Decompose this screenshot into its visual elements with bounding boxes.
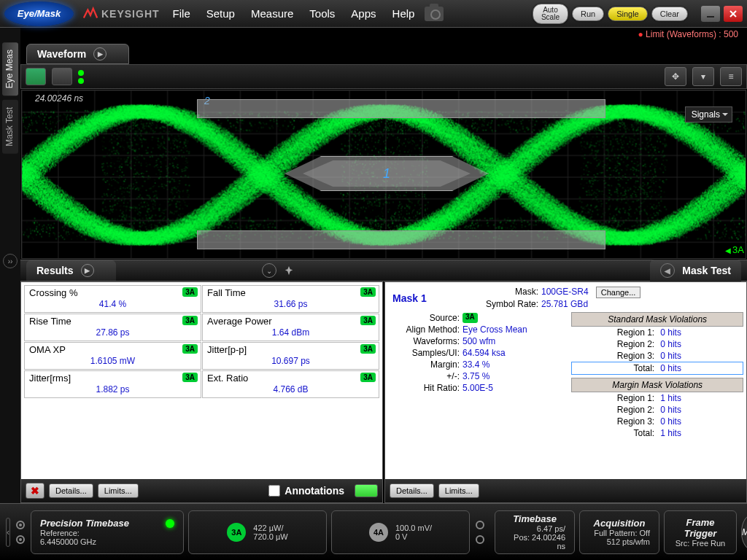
source-badge: 3A — [182, 344, 198, 354]
limit-status: ● Limit (Waveforms) : 500 — [638, 29, 738, 39]
measurement-item[interactable]: OMA XP3A1.6105 mW — [24, 342, 201, 370]
pin-icon[interactable] — [284, 265, 294, 276]
gear-icon — [474, 519, 486, 531]
menu-file[interactable]: File — [173, 7, 190, 20]
violation-row: Region 3:0 hits — [571, 350, 743, 362]
back-chevron-icon[interactable]: ◀ — [660, 263, 675, 278]
source-badge: 3A — [182, 316, 198, 325]
measurement-item[interactable]: Average Power3A1.64 dBm — [202, 314, 379, 341]
waveform-tab[interactable]: Waveform ▶ — [26, 44, 129, 64]
menu-measure[interactable]: Measure — [251, 7, 293, 20]
violation-row: Region 3:0 hits — [571, 416, 743, 427]
measurement-value: 1.64 dBm — [207, 327, 374, 338]
results-tab[interactable]: Results ▶ — [26, 260, 116, 281]
gear-icon — [15, 534, 26, 545]
timebase-status-box[interactable]: Timebase 6.47 ps/ Pos: 24.00246 ns — [495, 510, 575, 554]
mask-value: 100GE-SR4 — [541, 287, 589, 298]
change-mask-button[interactable]: Change... — [596, 287, 641, 298]
frame-trigger-box[interactable]: Frame Trigger Src: Free Run — [664, 510, 737, 554]
svg-point-2 — [19, 524, 22, 526]
mask-title: Mask 1 — [392, 292, 473, 304]
status-prev-button[interactable]: ‹ — [6, 518, 10, 547]
acquisition-status-box[interactable]: Acquisition Full Pattern: Off 512 pts/wf… — [579, 510, 659, 554]
mask-label: Mask: — [473, 287, 538, 298]
single-button[interactable]: Single — [608, 7, 648, 21]
channel-3a-box[interactable]: 3A 422 µW/720.0 µW — [188, 510, 327, 554]
minimize-button[interactable] — [701, 6, 720, 22]
annotations-input[interactable] — [268, 485, 280, 497]
mask-info-row: Waveforms:500 wfm — [388, 335, 568, 347]
expand-sidebar-button[interactable]: ›› — [3, 254, 18, 268]
annotations-checkbox[interactable]: Annotations — [268, 485, 344, 497]
app-mode-badge: Eye/Mask — [4, 1, 74, 26]
mask-limits-button[interactable]: Limits... — [438, 483, 479, 498]
plot-toolbar: ✥ ▾ ≡ — [20, 64, 747, 89]
waveform-tab-row: Waveform ▶ — [20, 44, 747, 64]
multi-view-icon[interactable] — [52, 68, 72, 85]
gear-icon — [15, 519, 26, 531]
details-button[interactable]: Details... — [49, 483, 93, 498]
status-gears[interactable] — [15, 519, 26, 545]
channel-4a-box[interactable]: 4A 100.0 mV/0 V — [331, 510, 470, 554]
mask-info-list: Source:3AAlign Method:Eye Cross MeanWave… — [388, 312, 568, 439]
eye-diagram-plot[interactable]: 24.00246 ns 2 1 Signals 3A — [21, 90, 746, 259]
left-tab-strip: Eye Meas Mask Test ›› — [0, 28, 20, 560]
collapse-chevron-icon[interactable]: ⌄ — [262, 263, 276, 278]
timebase-box[interactable]: Precision Timebase Reference: 6.4450000 … — [31, 510, 184, 554]
hamburger-icon[interactable]: ≡ — [720, 67, 742, 86]
violations-column: Standard Mask Violations Region 1:0 hits… — [571, 312, 743, 439]
reference-label: Reference: — [40, 529, 174, 537]
menu-apps[interactable]: Apps — [351, 7, 376, 20]
menu-setup[interactable]: Setup — [206, 7, 235, 20]
vtab-eye-meas[interactable]: Eye Meas — [2, 42, 18, 96]
measurement-item[interactable]: Crossing %3A41.4 % — [24, 285, 201, 313]
violation-row: Region 2:0 hits — [571, 338, 743, 350]
measurement-item[interactable]: Jitter[p-p]3A10.697 ps — [202, 342, 379, 370]
margin-violations-header: Margin Mask Violations — [571, 378, 743, 392]
mask-info-row: Samples/UI:64.594 ksa — [388, 347, 568, 359]
status-indicator-icon — [355, 484, 378, 497]
play-icon[interactable]: ▶ — [93, 47, 107, 61]
math-button[interactable]: Math — [741, 515, 747, 550]
margin-total-row: Total:1 hits — [571, 427, 743, 439]
measurement-item[interactable]: Ext. Ratio3A4.766 dB — [202, 370, 379, 398]
std-total-row: Total:0 hits — [571, 362, 743, 375]
vtab-mask-test[interactable]: Mask Test — [2, 100, 18, 154]
source-badge: 3A — [182, 373, 198, 382]
close-button[interactable] — [724, 6, 743, 22]
clear-button[interactable]: Clear — [651, 7, 688, 21]
measurement-value: 4.766 dB — [207, 384, 374, 394]
menu-help[interactable]: Help — [392, 7, 415, 20]
measurement-item[interactable]: Rise Time3A27.86 ps — [24, 314, 201, 341]
move-icon[interactable]: ✥ — [665, 67, 686, 86]
mask-details-button[interactable]: Details... — [390, 483, 434, 498]
status-bar: ‹ Precision Timebase Reference: 6.445000… — [0, 503, 747, 560]
led-icon — [166, 519, 174, 528]
mask-test-tab-label: Mask Test — [682, 265, 731, 276]
mask-test-tab[interactable]: ◀ Mask Test — [650, 260, 741, 281]
menu-tools[interactable]: Tools — [309, 7, 335, 20]
play-icon[interactable]: ▶ — [81, 264, 94, 277]
autoscale-button[interactable]: AutoScale — [533, 4, 568, 24]
mask-test-panel: Mask 1 Mask: 100GE-SR4 Change... Symbol … — [384, 281, 747, 503]
status-gears[interactable] — [474, 519, 486, 545]
source-badge: 3A — [360, 316, 376, 325]
limits-button[interactable]: Limits... — [98, 483, 139, 498]
run-button[interactable]: Run — [572, 7, 604, 21]
channel-3a-badge: 3A — [227, 523, 246, 542]
screenshot-icon[interactable] — [425, 7, 444, 21]
measurement-item[interactable]: Fall Time3A31.66 ps — [202, 285, 379, 313]
measurement-value: 41.4 % — [29, 299, 196, 309]
single-view-icon[interactable] — [26, 68, 46, 85]
measurement-item[interactable]: Jitter[rms]3A1.882 ps — [24, 370, 201, 398]
bottom-panels: Crossing %3A41.4 %Fall Time3A31.66 psRis… — [20, 281, 747, 503]
mask-footer: Details... Limits... — [385, 479, 746, 502]
mask-info-row: Margin:33.4 % — [388, 359, 568, 370]
measurement-value: 10.697 ps — [207, 356, 374, 366]
delete-button[interactable]: ✖ — [26, 483, 44, 499]
waveform-tab-label: Waveform — [37, 48, 86, 60]
signals-dropdown[interactable]: Signals — [685, 106, 732, 122]
mask-region-bottom — [197, 230, 605, 249]
mask-info-row: Source:3A — [388, 312, 568, 324]
zoom-dropdown-icon[interactable]: ▾ — [692, 67, 714, 86]
